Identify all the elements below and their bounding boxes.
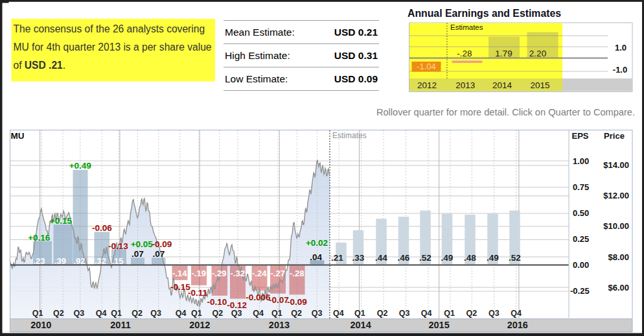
svg-text:.33: .33	[352, 253, 365, 263]
svg-text:-0.09: -0.09	[152, 239, 172, 249]
svg-text:Rollover quarter for more deta: Rollover quarter for more detail. Click …	[376, 107, 635, 117]
svg-text:Q2: Q2	[132, 309, 143, 318]
svg-text:+0.15: +0.15	[50, 216, 73, 226]
svg-text:Q4: Q4	[176, 309, 187, 318]
svg-text:-0.11: -0.11	[188, 288, 208, 298]
svg-text:.48: .48	[464, 253, 476, 263]
svg-text:Q1: Q1	[32, 309, 43, 318]
svg-text:2011: 2011	[110, 320, 130, 330]
svg-text:Q2: Q2	[377, 309, 388, 318]
svg-text:$14.00: $14.00	[603, 160, 629, 170]
svg-text:$12.00: $12.00	[603, 191, 629, 200]
svg-text:Annual Earnings and Estimates: Annual Earnings and Estimates	[408, 8, 561, 19]
svg-text:0.50: 0.50	[573, 208, 589, 218]
svg-text:0.75: 0.75	[573, 182, 589, 192]
svg-text:Estimates: Estimates	[450, 23, 483, 31]
svg-text:+0.05: +0.05	[131, 239, 154, 249]
svg-text:2010: 2010	[30, 320, 51, 330]
svg-text:USD 0.31: USD 0.31	[334, 50, 378, 61]
svg-text:-.27: -.27	[271, 269, 285, 278]
svg-text:.21: .21	[331, 253, 343, 263]
svg-text:0.25: 0.25	[573, 234, 589, 244]
svg-text:Q1: Q1	[354, 309, 365, 318]
svg-text:$8.00: $8.00	[608, 252, 629, 262]
svg-text:Q2: Q2	[291, 309, 302, 318]
svg-text:of USD .21.: of USD .21.	[14, 60, 66, 71]
svg-text:USD 0.09: USD 0.09	[334, 73, 378, 84]
svg-text:Q4: Q4	[333, 309, 344, 318]
svg-text:MU for 4th quarter 2013 is a p: MU for 4th quarter 2013 is a per share v…	[14, 42, 212, 53]
svg-text:1.00: 1.00	[573, 156, 589, 166]
svg-text:.15: .15	[112, 256, 124, 266]
svg-text:2014: 2014	[350, 320, 371, 330]
svg-text:-0.10: -0.10	[207, 297, 227, 307]
svg-text:High Estimate:: High Estimate:	[225, 50, 290, 61]
svg-text:1.0: 1.0	[615, 43, 627, 53]
svg-text:Q4: Q4	[511, 309, 522, 318]
svg-text:Q1: Q1	[271, 309, 282, 318]
svg-text:Q3: Q3	[489, 309, 500, 318]
svg-text:-.29: -.29	[212, 269, 226, 278]
svg-text:Q2: Q2	[53, 309, 64, 318]
svg-text:-.32: -.32	[231, 269, 245, 278]
svg-text:.92: .92	[74, 256, 86, 266]
svg-text:.52: .52	[419, 253, 431, 263]
svg-text:.04: .04	[310, 252, 322, 262]
svg-text:-.24: -.24	[252, 269, 267, 278]
svg-text:EPS: EPS	[571, 131, 588, 141]
svg-text:MU: MU	[11, 131, 25, 141]
svg-text:Price: Price	[604, 131, 625, 141]
svg-text:The consensus of the 26 analys: The consensus of the 26 analysts coverin…	[14, 23, 205, 34]
svg-text:2012: 2012	[417, 80, 437, 90]
svg-text:Q1: Q1	[444, 309, 455, 318]
svg-text:USD 0.21: USD 0.21	[334, 27, 378, 38]
svg-text:Mean Estimate:: Mean Estimate:	[225, 27, 295, 38]
svg-text:2012: 2012	[189, 320, 210, 330]
svg-text:.44: .44	[375, 253, 387, 263]
svg-text:.46: .46	[398, 253, 410, 263]
svg-text:1.79: 1.79	[495, 49, 512, 58]
svg-text:.07: .07	[132, 249, 144, 259]
svg-text:-.19: -.19	[192, 269, 206, 278]
svg-text:.32: .32	[95, 256, 106, 266]
svg-text:-0.07: -0.07	[269, 295, 289, 305]
svg-text:Low Estimate:: Low Estimate:	[225, 73, 288, 84]
svg-text:2015: 2015	[428, 320, 449, 330]
svg-text:.39: .39	[54, 256, 66, 266]
svg-text:Q3: Q3	[150, 309, 161, 318]
svg-text:+0.16: +0.16	[28, 233, 51, 243]
svg-text:-0.006: -0.006	[246, 293, 271, 302]
svg-text:2014: 2014	[492, 80, 512, 90]
svg-text:Q2: Q2	[212, 309, 223, 318]
svg-text:.49: .49	[487, 253, 499, 263]
svg-text:Q3: Q3	[312, 309, 323, 318]
svg-text:.52: .52	[509, 253, 521, 263]
svg-text:-0.25: -0.25	[570, 286, 590, 296]
svg-text:2015: 2015	[530, 80, 549, 90]
svg-text:-1.04: -1.04	[417, 62, 436, 71]
svg-text:2016: 2016	[507, 320, 528, 330]
svg-text:2.20: 2.20	[529, 49, 546, 58]
svg-text:0.00: 0.00	[573, 260, 589, 270]
svg-text:-0.09: -0.09	[287, 297, 307, 307]
svg-text:Q4: Q4	[421, 309, 432, 318]
svg-text:+0.02: +0.02	[306, 238, 328, 248]
svg-text:Q4: Q4	[253, 309, 264, 318]
svg-text:-.28: -.28	[457, 49, 472, 58]
svg-text:+0.49: +0.49	[69, 161, 91, 171]
svg-text:Q3: Q3	[399, 309, 410, 318]
svg-text:-0.06: -0.06	[92, 223, 112, 233]
svg-text:Q1: Q1	[191, 309, 202, 318]
svg-text:-0.13: -0.13	[108, 241, 128, 251]
svg-text:.23: .23	[34, 256, 45, 266]
svg-text:Q2: Q2	[466, 309, 477, 318]
svg-text:Q4: Q4	[96, 309, 107, 318]
svg-text:-1.0: -1.0	[613, 65, 627, 75]
svg-text:Q3: Q3	[231, 309, 242, 318]
svg-text:2013: 2013	[455, 80, 475, 90]
svg-text:Q3: Q3	[74, 309, 85, 318]
svg-text:.49: .49	[441, 253, 454, 263]
svg-text:Estimates: Estimates	[332, 131, 367, 140]
svg-text:Q1: Q1	[111, 309, 122, 318]
svg-text:-.28: -.28	[290, 269, 304, 278]
